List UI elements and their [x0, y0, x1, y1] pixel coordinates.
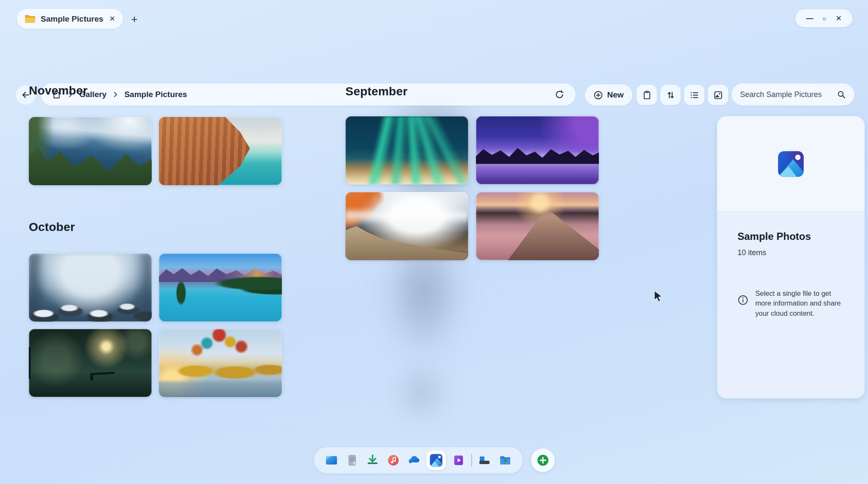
section-title: November	[29, 84, 282, 97]
downloads-icon	[366, 453, 379, 467]
folder-icon	[25, 14, 36, 24]
dock-item-pictures[interactable]	[426, 451, 446, 470]
dock-item-documents[interactable]	[344, 452, 360, 468]
info-message: Select a single file to get more informa…	[737, 289, 850, 318]
music-icon	[387, 453, 400, 467]
dock-item-downloads[interactable]	[364, 452, 381, 468]
photo-fjord-cliffs[interactable]	[29, 117, 152, 185]
photo-aurora-borealis[interactable]	[345, 116, 468, 184]
dock	[314, 447, 523, 473]
section-september: September	[345, 85, 599, 260]
pictures-icon	[429, 453, 443, 467]
dock-divider	[471, 454, 472, 467]
search-bar[interactable]	[732, 83, 854, 106]
details-panel: Sample Photos 10 items Select a single f…	[717, 116, 865, 398]
new-tab-button[interactable]: +	[127, 13, 142, 25]
section-october: October	[29, 220, 282, 397]
search-icon[interactable]	[837, 90, 846, 99]
clipboard-icon	[642, 90, 652, 100]
photo-cinque-terre-village[interactable]	[159, 117, 282, 185]
tab-title: Sample Pictures	[41, 14, 104, 24]
videos-icon	[452, 454, 465, 467]
app-window: Sample Pictures ✕ + — ○ ✕	[0, 0, 868, 484]
maximize-button[interactable]: ○	[823, 15, 826, 22]
section-title: October	[29, 220, 282, 234]
photo-purple-mountains[interactable]	[476, 116, 599, 184]
list-view-button[interactable]	[684, 85, 704, 105]
onedrive-cloud-icon	[407, 453, 421, 467]
info-icon	[737, 295, 748, 306]
photo-moraine-lake[interactable]	[159, 253, 282, 322]
dock-item-desktop[interactable]	[323, 452, 339, 468]
photo-st-basils-cathedral[interactable]	[159, 329, 282, 397]
plus-icon	[535, 453, 551, 468]
background-smudge	[384, 352, 460, 432]
documents-icon	[345, 453, 359, 467]
minimize-button[interactable]: —	[806, 15, 813, 22]
tab-close-icon[interactable]: ✕	[109, 14, 115, 23]
items-count: 10 items	[737, 248, 850, 257]
section-title: September	[345, 85, 599, 98]
sort-arrows-icon	[666, 90, 676, 100]
photo-great-wall-autumn[interactable]	[345, 192, 468, 260]
section-november: November	[29, 84, 282, 185]
details-panel-icon-area	[717, 116, 865, 212]
photo-night-park-lamp[interactable]	[29, 329, 152, 397]
tab-sample-pictures[interactable]: Sample Pictures ✕	[17, 9, 123, 29]
mouse-cursor	[653, 290, 665, 304]
sort-button[interactable]	[660, 85, 681, 105]
photos-app-icon	[777, 150, 805, 178]
info-text: Select a single file to get more informa…	[755, 289, 848, 318]
search-input[interactable]	[740, 90, 832, 99]
dock-item-onedrive[interactable]	[406, 452, 422, 468]
dock-item-this-pc[interactable]	[476, 452, 492, 468]
dock-item-videos[interactable]	[451, 452, 467, 468]
gallery-view-button[interactable]	[708, 85, 728, 105]
toolbar: Gallery Sample Pictures New	[0, 42, 868, 65]
window-controls: — ○ ✕	[796, 9, 852, 27]
dock-item-music[interactable]	[385, 452, 401, 468]
paste-button[interactable]	[637, 85, 657, 105]
close-button[interactable]: ✕	[836, 15, 842, 22]
new-button-label: New	[607, 90, 623, 100]
tab-bar: Sample Pictures ✕ + — ○ ✕	[0, 0, 868, 31]
desktop-icon	[325, 453, 338, 467]
photo-sunset-boardwalk[interactable]	[476, 192, 599, 260]
panel-title: Sample Photos	[737, 231, 850, 242]
this-pc-icon	[478, 453, 491, 467]
image-icon	[713, 90, 723, 100]
list-view-icon	[690, 90, 699, 100]
dock-item-projects-folder[interactable]	[497, 452, 513, 468]
photo-misty-winter-river[interactable]	[29, 253, 152, 322]
details-panel-body: Sample Photos 10 items Select a single f…	[717, 212, 865, 398]
folder-upload-icon	[498, 453, 512, 467]
add-pin-button[interactable]	[531, 448, 555, 472]
